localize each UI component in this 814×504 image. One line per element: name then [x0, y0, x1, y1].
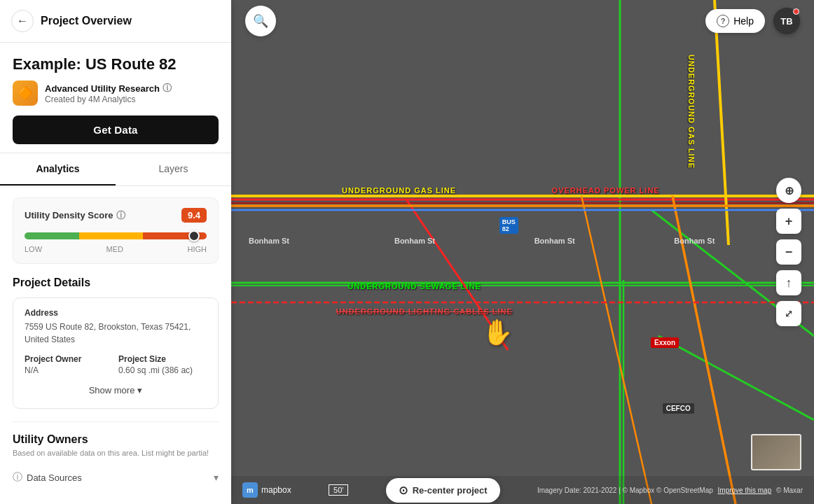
meta-title: Advanced Utility Research ⓘ: [45, 82, 172, 94]
gas-line-label-v: UNDERGROUND GAS LINE: [687, 55, 696, 169]
street-label-1: Bonham St: [249, 237, 289, 245]
meta-subtitle: Created by 4M Analytics: [45, 94, 172, 104]
help-circle-icon: ?: [717, 15, 729, 27]
zoom-out-button[interactable]: −: [776, 239, 801, 265]
get-data-button[interactable]: Get Data: [13, 115, 219, 144]
score-high-label: HIGH: [187, 245, 207, 253]
project-meta: 🔶 Advanced Utility Research ⓘ Created by…: [13, 80, 219, 106]
improve-map-link[interactable]: Improve this map: [718, 486, 772, 494]
score-info-icon: ⓘ: [116, 209, 125, 222]
score-labels: LOW MED HIGH: [25, 245, 207, 253]
fullscreen-icon: ⤢: [785, 308, 793, 319]
map-topbar: 🔍 ? Help TB: [231, 0, 814, 42]
sidebar: ← Project Overview Example: US Route 82 …: [0, 0, 231, 504]
help-label: Help: [733, 15, 754, 27]
project-icon: 🔶: [13, 80, 38, 106]
map-attribution: Imagery Date: 2021-2022 | © Mapbox © Ope…: [537, 486, 803, 494]
utility-owners-title: Utility Owners: [13, 433, 219, 446]
user-initials: TB: [780, 16, 792, 27]
layers-icon: ⊕: [785, 184, 794, 197]
aerial-imagery: [231, 0, 814, 504]
tab-analytics[interactable]: Analytics: [0, 153, 116, 186]
score-section: Utility Density Score ⓘ 9.4 LOW MED HIGH: [13, 197, 219, 264]
data-sources-bar[interactable]: ⓘ Data Sources ▾: [13, 464, 219, 491]
exxon-sign: Exxon: [651, 337, 679, 348]
street-label-4: Bonham St: [674, 237, 715, 245]
scale-bar: 50': [329, 484, 348, 496]
size-label: Project Size: [118, 354, 207, 364]
score-med-label: MED: [106, 245, 123, 253]
score-indicator: [188, 230, 200, 241]
score-bar: [25, 232, 207, 239]
search-button[interactable]: 🔍: [245, 6, 276, 36]
mapbox-label: mapbox: [261, 485, 291, 495]
back-button[interactable]: ←: [11, 10, 34, 32]
street-label-3: Bonham St: [534, 237, 575, 245]
tabs: Analytics Layers: [0, 153, 231, 186]
info-circle-icon: ⓘ: [13, 471, 22, 484]
map-bottombar: m mapbox 50' ⊙ Re-center project Imagery…: [231, 476, 814, 504]
details-grid: Project Owner N/A Project Size 0.60 sq .…: [25, 354, 207, 375]
meta-title-text: Advanced Utility Research: [45, 83, 160, 94]
mini-map-thumbnail[interactable]: [751, 434, 801, 470]
bus-route-sign: BUS82: [499, 217, 518, 234]
tab-layers[interactable]: Layers: [116, 153, 231, 186]
north-icon: ↑: [786, 276, 792, 290]
info-icon: ⓘ: [163, 82, 172, 94]
recenter-icon: ⊙: [399, 484, 408, 497]
address-label: Address: [25, 308, 207, 318]
data-sources-left: ⓘ Data Sources: [13, 471, 82, 484]
project-details-section: Project Details Address 7559 US Route 82…: [13, 276, 219, 409]
street-label-2: Bonham St: [394, 237, 435, 245]
help-button[interactable]: ? Help: [705, 9, 765, 33]
chevron-up-icon: ▾: [214, 472, 219, 483]
mapbox-logo: m mapbox: [242, 482, 291, 498]
sidebar-header: ← Project Overview: [0, 0, 231, 43]
north-button[interactable]: ↑: [776, 270, 801, 295]
score-label: Utility Density Score ⓘ: [25, 209, 125, 222]
gas-line-label-h: UNDERGROUND GAS LINE: [342, 186, 456, 195]
analytics-content: Utility Density Score ⓘ 9.4 LOW MED HIGH…: [0, 186, 231, 504]
map-controls: ⊕ + − ↑ ⤢: [776, 178, 801, 326]
recenter-button[interactable]: ⊙ Re-center project: [386, 478, 500, 503]
topbar-right: ? Help TB: [705, 8, 800, 34]
show-more-button[interactable]: Show more ▾: [25, 382, 207, 398]
layers-control-button[interactable]: ⊕: [776, 178, 801, 203]
address-value: 7559 US Route 82, Brookston, Texas 75421…: [25, 321, 207, 346]
details-card: Address 7559 US Route 82, Brookston, Tex…: [13, 298, 219, 409]
project-meta-text: Advanced Utility Research ⓘ Created by 4…: [45, 82, 172, 104]
utility-owners-section: Utility Owners Based on available data o…: [13, 421, 219, 491]
cefco-sign: CEFCO: [663, 403, 694, 414]
score-badge: 9.4: [181, 208, 207, 223]
project-details-title: Project Details: [13, 276, 219, 289]
utility-owners-subtitle: Based on available data on this area. Li…: [13, 449, 219, 457]
size-value: 0.60 sq .mi (386 ac): [118, 365, 207, 375]
back-icon: ←: [17, 15, 28, 27]
map-background: UNDERGROUND GAS LINE OVERHEAD POWER LINE…: [231, 0, 814, 504]
fullscreen-button[interactable]: ⤢: [776, 301, 801, 326]
size-col: Project Size 0.60 sq .mi (386 ac): [118, 354, 207, 375]
project-info: Example: US Route 82 🔶 Advanced Utility …: [0, 43, 231, 153]
score-label-text: Utility Density Score: [25, 210, 113, 220]
attribution-text: Imagery Date: 2021-2022 | © Mapbox © Ope…: [537, 486, 713, 494]
sewage-label: UNDERGROUND SEWAGE LINE: [347, 282, 481, 290]
data-sources-label: Data Sources: [27, 472, 82, 483]
plus-icon: +: [785, 214, 793, 229]
sidebar-title: Project Overview: [41, 15, 132, 27]
map-area[interactable]: UNDERGROUND GAS LINE OVERHEAD POWER LINE…: [231, 0, 814, 504]
project-name: Example: US Route 82: [13, 55, 219, 74]
zoom-in-button[interactable]: +: [776, 209, 801, 234]
minus-icon: −: [785, 245, 793, 260]
lighting-label: UNDERGROUND LIGHTING CABLES LINE: [336, 307, 513, 316]
owner-value: N/A: [25, 365, 113, 375]
owner-label: Project Owner: [25, 354, 113, 364]
owner-col: Project Owner N/A: [25, 354, 113, 375]
search-icon: 🔍: [253, 13, 268, 29]
recenter-label: Re-center project: [413, 485, 488, 496]
user-avatar[interactable]: TB: [773, 8, 800, 34]
project-icon-glyph: 🔶: [18, 85, 33, 101]
maxar-credit: © Maxar: [776, 486, 803, 494]
notification-dot: [793, 8, 799, 15]
score-low-label: LOW: [25, 245, 42, 253]
show-more-label: Show more: [89, 385, 135, 396]
